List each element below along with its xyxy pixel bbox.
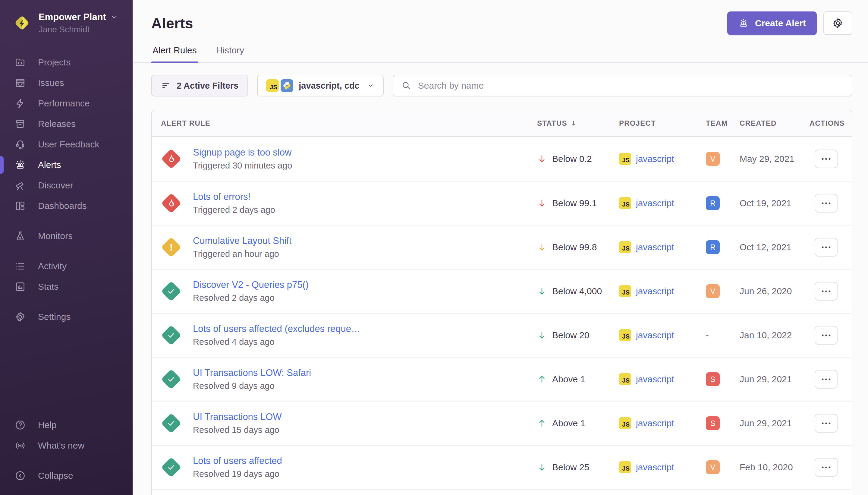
- sidebar-item-label: Help: [38, 420, 57, 430]
- resolved-status-icon: [161, 413, 181, 433]
- siren-icon: [738, 18, 749, 29]
- row-actions-button[interactable]: •••: [815, 150, 837, 168]
- arrow-up-icon: [537, 419, 547, 428]
- sidebar-item-stats[interactable]: Stats: [0, 276, 133, 297]
- row-actions-button[interactable]: •••: [815, 414, 837, 432]
- sidebar-item-projects[interactable]: Projects: [0, 52, 133, 73]
- alert-rule-link[interactable]: UI Transactions LOW: [193, 411, 282, 422]
- sidebar-item-monitors[interactable]: Monitors: [0, 226, 133, 246]
- warning-status-icon: !: [161, 237, 181, 257]
- active-filters-button[interactable]: 2 Active Filters: [151, 75, 248, 97]
- column-header-status[interactable]: Status: [537, 119, 619, 127]
- alert-rule-subtitle: Triggered 2 days ago: [193, 205, 275, 215]
- sidebar-item-collapse[interactable]: Collapse: [0, 465, 133, 486]
- alert-settings-button[interactable]: [823, 12, 852, 35]
- project-link[interactable]: javascript: [636, 198, 674, 208]
- row-actions-button[interactable]: •••: [815, 370, 837, 389]
- sidebar-item-label: Monitors: [38, 231, 73, 241]
- team-avatar: R: [706, 196, 720, 210]
- sidebar-item-label: Settings: [38, 312, 71, 322]
- collapse-icon: [15, 470, 26, 481]
- resolved-status-icon: [161, 325, 181, 345]
- sidebar-nav: ProjectsIssuesPerformanceReleasesUser Fe…: [0, 52, 133, 486]
- alert-rule-subtitle: Resolved 19 days ago: [193, 469, 282, 479]
- alert-rule-subtitle: Resolved 9 days ago: [193, 381, 311, 391]
- team-none: -: [706, 330, 709, 340]
- releases-icon: [15, 118, 26, 130]
- table-header-row: Alert Rule Status Project Team Created A…: [152, 110, 852, 137]
- page-title: Alerts: [151, 15, 193, 32]
- sidebar-item-performance[interactable]: Performance: [0, 93, 133, 114]
- created-date: Jan 10, 2022: [740, 330, 810, 340]
- status-value: Below 0.2: [552, 154, 592, 164]
- stats-icon: [15, 281, 26, 292]
- arrow-down-icon: [537, 286, 547, 296]
- check-icon: [166, 374, 176, 385]
- project-link[interactable]: javascript: [636, 330, 674, 340]
- alert-rule-link[interactable]: Signup page is too slow: [193, 147, 292, 158]
- create-alert-button[interactable]: Create Alert: [727, 12, 817, 35]
- sidebar-item-activity[interactable]: Activity: [0, 256, 133, 276]
- sidebar-item-issues[interactable]: Issues: [0, 73, 133, 93]
- created-date: May 29, 2021: [740, 154, 810, 164]
- project-link[interactable]: javascript: [636, 242, 674, 252]
- row-actions-button[interactable]: •••: [815, 326, 837, 345]
- help-icon: [15, 419, 26, 431]
- javascript-platform-icon: JS: [619, 197, 631, 209]
- alert-rule-link[interactable]: Discover V2 - Queries p75(): [193, 279, 309, 290]
- settings-icon: [15, 311, 26, 323]
- column-header-project: Project: [619, 119, 706, 127]
- table-row: Discover V2 - Queries p75()Resolved 2 da…: [152, 269, 852, 313]
- project-link[interactable]: javascript: [636, 418, 674, 428]
- org-switcher[interactable]: Empower Plant Jane Schmidt: [0, 12, 133, 35]
- row-actions-button[interactable]: •••: [815, 282, 837, 301]
- check-icon: [166, 330, 176, 340]
- created-date: Feb 10, 2020: [740, 462, 810, 472]
- alert-rule-link[interactable]: Cumulative Layout Shift: [193, 236, 292, 246]
- tab-history[interactable]: History: [215, 45, 245, 63]
- table-row: Lots of errors!Triggered 2 days agoBelow…: [152, 181, 852, 225]
- alert-rule-link[interactable]: Lots of users affected: [193, 456, 282, 466]
- alert-rule-link[interactable]: Lots of users affected (excludes reque…: [193, 323, 361, 334]
- tab-alert-rules[interactable]: Alert Rules: [151, 45, 198, 63]
- project-filter-dropdown[interactable]: JS javascript, cdc: [257, 75, 384, 97]
- project-link[interactable]: javascript: [636, 286, 674, 296]
- alert-rule-link[interactable]: Lots of errors!: [193, 191, 275, 202]
- row-actions-button[interactable]: •••: [815, 194, 837, 212]
- table-row: Lots of users affectedResolved 19 days a…: [152, 445, 852, 489]
- created-date: Jun 29, 2021: [740, 374, 810, 385]
- sidebar-item-releases[interactable]: Releases: [0, 114, 133, 134]
- row-actions-button[interactable]: •••: [815, 238, 837, 257]
- sidebar-item-discover[interactable]: Discover: [0, 175, 133, 195]
- project-link[interactable]: javascript: [636, 374, 674, 385]
- arrow-down-icon: [537, 462, 547, 472]
- org-name: Empower Plant: [39, 12, 106, 23]
- sidebar-item-alerts[interactable]: Alerts: [0, 155, 133, 175]
- alert-rule-link[interactable]: UI Transactions LOW: Safari: [193, 368, 311, 378]
- tab-bar: Alert Rules History: [151, 45, 852, 63]
- sidebar-item-dashboards[interactable]: Dashboards: [0, 195, 133, 216]
- alert-rule-subtitle: Resolved 2 days ago: [193, 293, 309, 303]
- alert-rule-subtitle: Triggered 30 minutes ago: [193, 161, 292, 171]
- row-actions-button[interactable]: •••: [815, 458, 837, 477]
- sidebar-item-label: User Feedback: [38, 139, 99, 150]
- sidebar-item-user-feedback[interactable]: User Feedback: [0, 134, 133, 155]
- nav-group-gap: [0, 456, 133, 465]
- project-link[interactable]: javascript: [636, 154, 674, 164]
- sidebar-item-help[interactable]: Help: [0, 415, 133, 435]
- sidebar-item-label: Discover: [38, 180, 73, 190]
- sidebar-item-label: Collapse: [38, 471, 73, 481]
- alerts-icon: [15, 159, 26, 171]
- check-icon: [166, 418, 176, 428]
- resolved-status-icon: [161, 281, 181, 302]
- javascript-platform-icon: JS: [619, 241, 631, 253]
- python-project-icon: [281, 79, 293, 92]
- sidebar-item-settings[interactable]: Settings: [0, 307, 133, 327]
- column-header-created: Created: [740, 119, 810, 127]
- alert-rule-subtitle: Resolved 4 days ago: [193, 337, 361, 347]
- sidebar-item-what-s-new[interactable]: What's new: [0, 435, 133, 456]
- project-link[interactable]: javascript: [636, 462, 674, 472]
- search-input[interactable]: [418, 81, 844, 91]
- javascript-platform-icon: JS: [619, 153, 631, 165]
- dashboards-icon: [15, 200, 26, 211]
